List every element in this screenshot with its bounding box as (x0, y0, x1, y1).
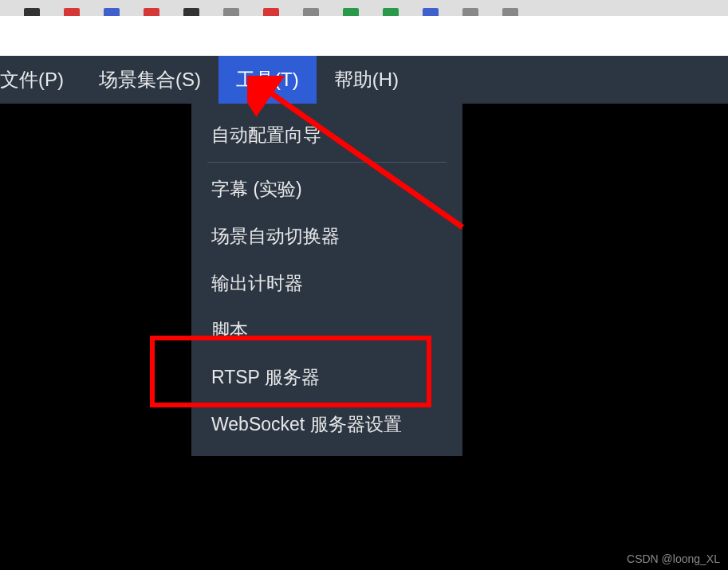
tab-icon (303, 8, 319, 16)
dropdown-item-label: 字幕 (实验) (211, 179, 302, 199)
dropdown-item-scripts[interactable]: 脚本 (191, 307, 462, 354)
app-content: 自动配置向导 字幕 (实验) 场景自动切换器 输出计时器 脚本 RTSP 服务器… (0, 104, 728, 570)
dropdown-item-label: 输出计时器 (211, 273, 303, 293)
app-menubar: 文件(P) 场景集合(S) 工具(T) 帮助(H) (0, 56, 728, 104)
dropdown-item-websocket-settings[interactable]: WebSocket 服务器设置 (191, 401, 462, 448)
dropdown-item-rtsp-server[interactable]: RTSP 服务器 (191, 354, 462, 401)
tab-icon (343, 8, 359, 16)
menu-scenes[interactable]: 场景集合(S) (81, 56, 218, 104)
dropdown-item-label: WebSocket 服务器设置 (211, 414, 402, 434)
dropdown-separator (207, 162, 447, 163)
tab-icon (502, 8, 518, 16)
watermark-text: CSDN @loong_XL (627, 552, 720, 565)
tab-icon (144, 8, 159, 16)
tab-icon (263, 8, 279, 16)
tab-icon (64, 8, 80, 16)
menu-tools[interactable]: 工具(T) (218, 56, 317, 104)
dropdown-item-scene-switcher[interactable]: 场景自动切换器 (191, 213, 462, 260)
dropdown-item-label: 场景自动切换器 (211, 226, 340, 246)
tab-icon (462, 8, 478, 16)
dropdown-item-label: 脚本 (211, 320, 248, 340)
dropdown-item-label: 自动配置向导 (211, 124, 321, 145)
browser-tab-strip (0, 0, 728, 16)
menu-help-label: 帮助(H) (334, 67, 399, 92)
tab-icon (423, 8, 439, 16)
menu-scenes-label: 场景集合(S) (99, 67, 201, 92)
menu-file-label: 文件(P) (0, 67, 64, 92)
tab-icon (383, 8, 399, 16)
tab-icon (104, 8, 120, 16)
dropdown-item-label: RTSP 服务器 (211, 367, 320, 387)
menu-tools-label: 工具(T) (236, 67, 299, 92)
tab-icon (183, 8, 199, 16)
tab-icon (24, 8, 40, 16)
menu-help[interactable]: 帮助(H) (317, 56, 416, 104)
browser-address-area (0, 16, 728, 56)
menu-file[interactable]: 文件(P) (0, 56, 81, 104)
dropdown-item-autoconfig[interactable]: 自动配置向导 (191, 112, 462, 159)
dropdown-item-subtitles[interactable]: 字幕 (实验) (191, 166, 462, 213)
dropdown-item-output-timer[interactable]: 输出计时器 (191, 260, 462, 307)
tab-icon (223, 8, 239, 16)
tools-dropdown: 自动配置向导 字幕 (实验) 场景自动切换器 输出计时器 脚本 RTSP 服务器… (191, 104, 462, 456)
